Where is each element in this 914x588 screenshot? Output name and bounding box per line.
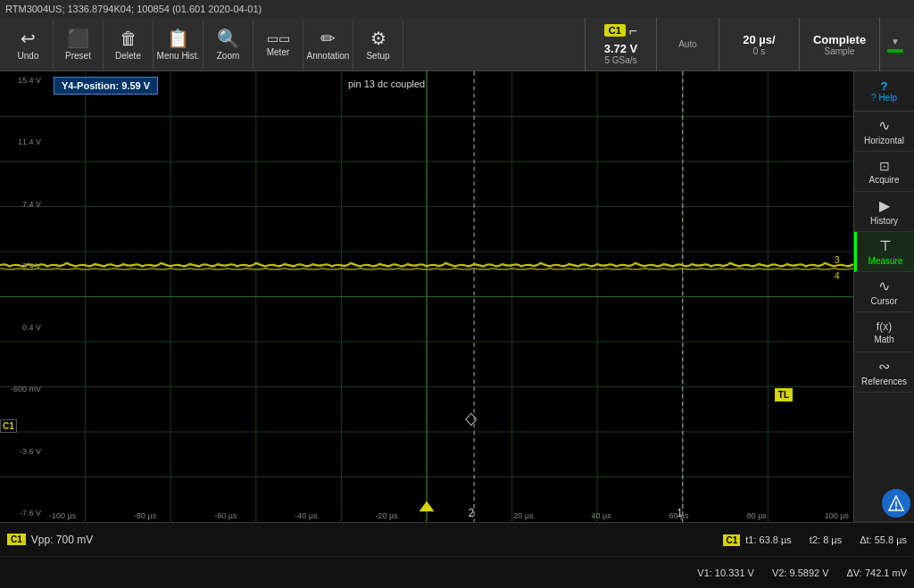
setup-icon: ⚙	[370, 28, 386, 49]
x-label-3: -40 µs	[295, 511, 317, 520]
channel-samplerate: 5 GSa/s	[604, 55, 636, 65]
x-label-8: 60 µs	[669, 511, 689, 520]
delete-label: Delete	[115, 51, 141, 61]
acq-sub: Sample	[825, 46, 855, 56]
position-tooltip: Y4-Position: 9.59 V	[54, 77, 158, 95]
channel-voltage: 3.72 V	[604, 42, 638, 55]
delete-icon: 🗑	[120, 29, 137, 49]
horizontal-label: Horizontal	[864, 136, 904, 145]
main-area: 2 1 3 4 Y4-Position: 9.59 V pin 13 dc co…	[0, 71, 914, 522]
x-label-7: 40 µs	[591, 511, 611, 520]
math-label: Math	[874, 335, 893, 344]
undo-button[interactable]: ↩ Undo	[4, 21, 54, 69]
measurement-bar: C1 Vpp: 700 mV C1 t1: 63.8 µs t2: 8 µs Δ…	[0, 522, 914, 556]
svg-rect-23	[466, 413, 477, 425]
zoom-label: Zoom	[217, 51, 240, 61]
y-label-4: 0.4 V	[0, 323, 45, 332]
math-button[interactable]: f(x) Math	[854, 312, 914, 352]
settings-dropdown[interactable]: ▼	[880, 18, 910, 71]
time-offset: 0 s	[753, 46, 765, 56]
menu-hist-icon: 📋	[167, 28, 189, 49]
measure-label: Measure	[868, 256, 903, 266]
channel-info: C1 ⌐ 3.72 V 5 GSa/s Auto 20 µs/ 0 s Comp…	[585, 18, 910, 71]
x-label-9: 80 µs	[747, 511, 767, 520]
svg-point-30	[895, 508, 897, 509]
time-block[interactable]: 20 µs/ 0 s	[719, 18, 800, 71]
cursor-label: Cursor	[870, 296, 897, 306]
preset-icon: ⬛	[67, 28, 89, 49]
settings-arrow: ▼	[891, 37, 900, 46]
setup-button[interactable]: ⚙ Setup	[353, 21, 403, 69]
svg-text:3: 3	[835, 253, 840, 265]
annotation-button[interactable]: ✏ Annotation	[303, 21, 353, 69]
history-icon: ▶	[879, 197, 890, 214]
annotation-text: pin 13 dc coupled	[348, 79, 425, 89]
y-label-1: 11.4 V	[0, 137, 45, 146]
horizontal-button[interactable]: ∿ Horizontal	[854, 112, 914, 152]
meas-ch-label: C1	[7, 534, 26, 545]
svg-text:4: 4	[835, 269, 840, 281]
help-button[interactable]: ? ? Help	[854, 71, 914, 112]
cursor-button[interactable]: ∿ Cursor	[854, 272, 914, 312]
measure-button[interactable]: ⊤ Measure	[854, 232, 914, 272]
channel-block[interactable]: C1 ⌐ 3.72 V 5 GSa/s	[586, 18, 657, 71]
zoom-button[interactable]: 🔍 Zoom	[204, 21, 253, 69]
x-label-4: -20 µs	[375, 511, 397, 520]
svg-marker-22	[420, 501, 435, 512]
references-label: References	[861, 377, 907, 386]
history-button[interactable]: ▶ History	[854, 192, 914, 232]
waveform-svg: 2 1 3 4	[0, 71, 853, 522]
cursor-v1: V1: 10.331 V	[697, 567, 754, 578]
acq-mode: Complete	[813, 33, 866, 46]
menu-button[interactable]	[854, 393, 914, 522]
acquisition-block[interactable]: Complete Sample	[800, 18, 880, 71]
x-label-2: -60 µs	[214, 511, 237, 520]
horizontal-icon: ∿	[878, 117, 890, 134]
meter-button[interactable]: ▭▭ Meter	[253, 21, 303, 69]
toolbar: ↩ Undo ⬛ Preset 🗑 Delete 📋 Menu Hist. 🔍 …	[0, 18, 914, 71]
cursor-delta-v: ΔV: 742.1 mV	[847, 567, 907, 578]
y-label-2: 7.4 V	[0, 200, 45, 209]
history-label: History	[870, 216, 898, 226]
annotation-label: pin 13 dc coupled	[348, 79, 425, 89]
titlebar: RTM3004US; 1336.8794K04; 100854 (01.601 …	[0, 0, 914, 18]
preset-button[interactable]: ⬛ Preset	[54, 21, 104, 69]
meter-label: Meter	[267, 47, 290, 57]
tl-badge-text: TL	[778, 390, 789, 400]
acquire-label: Acquire	[869, 175, 900, 185]
measure-icon: ⊤	[879, 237, 892, 254]
y-label-6: -3.6 V	[0, 447, 45, 456]
y-label-3: 3.4 V	[0, 261, 45, 270]
y-axis-labels: 15.4 V 11.4 V 7.4 V 3.4 V 0.4 V -600 mV …	[0, 71, 45, 522]
y-label-7: -7.6 V	[0, 509, 45, 518]
references-button[interactable]: ∾ References	[854, 352, 914, 393]
help-icon: ?	[881, 79, 888, 93]
y-label-5: -600 mV	[0, 385, 45, 393]
x-label-0: -100 µs	[49, 511, 76, 520]
references-icon: ∾	[878, 358, 890, 375]
delete-button[interactable]: 🗑 Delete	[104, 21, 154, 69]
cursor-values-group: V1: 10.331 V V2: 9.5892 V ΔV: 742.1 mV	[697, 567, 907, 578]
trigger-mode: Auto	[678, 39, 697, 49]
cursor-ch-label: C1 t1: 63.8 µs	[723, 534, 791, 545]
trigger-block[interactable]: Auto	[657, 18, 719, 71]
channel-label: C1	[604, 24, 626, 37]
acquire-button[interactable]: ⊡ Acquire	[854, 152, 914, 192]
annotation-label: Annotation	[307, 51, 350, 61]
x-label-6: 20 µs	[513, 511, 533, 520]
help-label: ? Help	[871, 93, 897, 103]
menu-hist-button[interactable]: 📋 Menu Hist.	[154, 21, 204, 69]
cursor-icon: ∿	[878, 277, 890, 294]
cursor-info-bar: C1 t1: 63.8 µs t2: 8 µs Δt: 55.8 µs	[723, 534, 907, 545]
undo-icon: ↩	[21, 28, 36, 49]
cursor-t2: t2: 8 µs	[810, 534, 842, 545]
setup-label: Setup	[366, 51, 389, 61]
cursor-delta-t: Δt: 55.8 µs	[860, 534, 907, 545]
scope-display[interactable]: 2 1 3 4 Y4-Position: 9.59 V pin 13 dc co…	[0, 71, 853, 522]
cursor-v2: V2: 9.5892 V	[772, 567, 829, 578]
preset-label: Preset	[65, 51, 91, 61]
tl-badge: TL	[775, 388, 793, 402]
undo-label: Undo	[18, 51, 39, 61]
status-indicator	[887, 49, 903, 53]
menu-icon-circle	[882, 489, 910, 518]
